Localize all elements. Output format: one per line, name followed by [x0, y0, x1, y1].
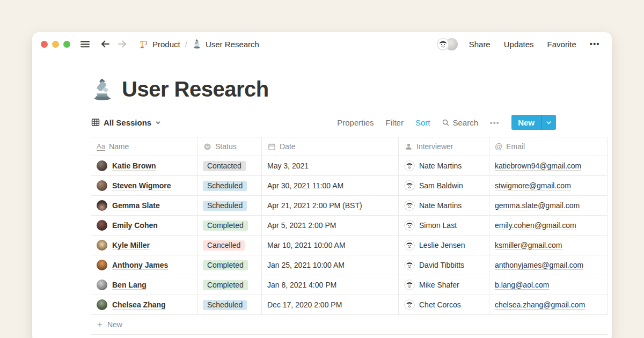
avatar — [97, 200, 107, 211]
email-cell[interactable]: stwigmore@gmail.com — [489, 176, 608, 195]
table-row: Ben Lang Completed Jan 8, 2021 4:00 PM M… — [91, 275, 608, 295]
email-link[interactable]: katiebrown94@gmail.com — [495, 161, 581, 170]
email-cell[interactable]: ksmiller@gmail.com — [489, 236, 608, 255]
status-cell[interactable]: Completed — [197, 255, 262, 275]
status-cell[interactable]: Cancelled — [197, 236, 262, 255]
session-page-link[interactable]: Gemma Slate — [112, 201, 160, 210]
name-cell[interactable]: Kyle Miller — [91, 236, 197, 255]
properties-button[interactable]: Properties — [337, 118, 374, 127]
status-cell[interactable]: Scheduled — [197, 295, 262, 314]
status-cell[interactable]: Completed — [197, 216, 262, 235]
session-page-link[interactable]: Kyle Miller — [112, 241, 150, 249]
email-link[interactable]: emily.cohen@gmail.com — [495, 221, 576, 230]
session-page-link[interactable]: Ben Lang — [112, 281, 147, 289]
avatar — [97, 180, 107, 191]
zoom-window-button[interactable] — [63, 41, 70, 48]
status-cell[interactable]: Contacted — [197, 156, 262, 175]
date-value: Apr 5, 2021 2:00 PM — [267, 221, 336, 230]
email-link[interactable]: chelsea.zhang@gmail.com — [495, 300, 585, 309]
column-header-interviewer[interactable]: Interviewer — [399, 137, 489, 156]
table-header-row: Aa Name Status Date Interviewer — [91, 137, 608, 156]
date-cell[interactable]: Jan 8, 2021 4:00 PM — [262, 275, 399, 295]
select-property-icon — [203, 142, 211, 151]
column-header-name[interactable]: Aa Name — [91, 137, 197, 156]
interviewer-cell[interactable]: Nate Martins — [399, 156, 489, 175]
view-more-options-icon[interactable]: ••• — [490, 119, 500, 127]
new-row-button[interactable]: + New — [91, 315, 608, 334]
interviewer-cell[interactable]: David Tibbitts — [399, 255, 489, 275]
email-cell[interactable]: chelsea.zhang@gmail.com — [489, 295, 608, 314]
date-cell[interactable]: Jan 25, 2021 10:00 AM — [262, 255, 399, 275]
date-cell[interactable]: Apr 5, 2021 2:00 PM — [262, 216, 399, 235]
email-link[interactable]: anthonyjames@gmail.com — [495, 261, 583, 269]
email-cell[interactable]: katiebrown94@gmail.com — [489, 156, 608, 175]
column-label: Date — [280, 142, 296, 151]
interviewer-cell[interactable]: Sam Baldwin — [399, 176, 489, 195]
email-cell[interactable]: gemma.slate@gmail.com — [489, 196, 608, 215]
status-cell[interactable]: Scheduled — [197, 176, 262, 195]
updates-button[interactable]: Updates — [504, 40, 534, 49]
sort-button[interactable]: Sort — [415, 118, 430, 127]
close-window-button[interactable] — [41, 41, 48, 48]
email-link[interactable]: gemma.slate@gmail.com — [495, 201, 580, 210]
session-page-link[interactable]: Emily Cohen — [112, 221, 158, 230]
interviewer-avatar — [404, 180, 415, 191]
date-cell[interactable]: Apr 30, 2021 11:00 AM — [262, 176, 399, 195]
search-button[interactable]: Search — [442, 118, 478, 127]
interviewer-avatar — [404, 299, 415, 310]
name-cell[interactable]: Chelsea Zhang — [91, 295, 197, 314]
name-cell[interactable]: Katie Brown — [91, 156, 197, 175]
session-page-link[interactable]: Anthony James — [112, 261, 168, 269]
microscope-icon[interactable] — [91, 78, 114, 101]
name-cell[interactable]: Emily Cohen — [91, 216, 197, 235]
new-button[interactable]: New — [511, 115, 541, 130]
email-cell[interactable]: emily.cohen@gmail.com — [489, 216, 608, 235]
interviewer-cell[interactable]: Simon Last — [399, 216, 489, 235]
filter-button[interactable]: Filter — [386, 118, 404, 127]
view-switcher[interactable]: All Sessions — [91, 118, 161, 127]
forward-arrow-icon[interactable] — [116, 38, 128, 50]
email-cell[interactable]: b.lang@aol.com — [489, 275, 608, 295]
interviewer-cell[interactable]: Mike Shafer — [399, 275, 489, 295]
traffic-lights — [41, 41, 70, 48]
name-cell[interactable]: Steven Wigmore — [91, 176, 197, 195]
collaborator-avatar — [437, 38, 449, 50]
session-page-link[interactable]: Steven Wigmore — [112, 181, 171, 190]
status-cell[interactable]: Scheduled — [197, 196, 262, 215]
interviewer-name: Simon Last — [419, 221, 457, 230]
name-cell[interactable]: Anthony James — [91, 255, 197, 275]
breadcrumb: Product / User Research — [139, 39, 259, 49]
page-title: User Research — [122, 77, 269, 101]
column-header-email[interactable]: @ Email — [489, 137, 608, 156]
date-cell[interactable]: May 3, 2021 — [262, 156, 399, 175]
interviewer-cell[interactable]: Chet Corcos — [399, 295, 489, 314]
more-options-icon[interactable]: ••• — [590, 40, 600, 48]
email-link[interactable]: ksmiller@gmail.com — [495, 241, 562, 249]
interviewer-avatar — [404, 280, 415, 290]
date-cell[interactable]: Mar 10, 2021 10:00 AM — [262, 236, 399, 255]
back-arrow-icon[interactable] — [99, 38, 111, 50]
interviewer-cell[interactable]: Leslie Jensen — [399, 236, 489, 255]
interviewer-cell[interactable]: Nate Martins — [399, 196, 489, 215]
sidebar-menu-icon[interactable] — [79, 38, 91, 50]
email-link[interactable]: stwigmore@gmail.com — [495, 181, 571, 190]
session-page-link[interactable]: Chelsea Zhang — [112, 300, 166, 309]
favorite-button[interactable]: Favorite — [547, 40, 576, 49]
status-badge: Contacted — [203, 161, 246, 171]
date-cell[interactable]: Apr 21, 2021 2:00 PM (BST) — [262, 196, 399, 215]
name-cell[interactable]: Gemma Slate — [91, 196, 197, 215]
date-cell[interactable]: Dec 17, 2020 2:00 PM — [262, 295, 399, 314]
column-header-status[interactable]: Status — [197, 137, 262, 156]
new-dropdown-button[interactable] — [541, 115, 556, 130]
name-cell[interactable]: Ben Lang — [91, 275, 197, 295]
interviewer-name: Leslie Jensen — [419, 241, 465, 249]
status-cell[interactable]: Completed — [197, 275, 262, 295]
breadcrumb-product[interactable]: Product — [139, 39, 180, 49]
email-link[interactable]: b.lang@aol.com — [495, 281, 549, 289]
session-page-link[interactable]: Katie Brown — [112, 161, 156, 170]
breadcrumb-user-research[interactable]: User Research — [192, 39, 259, 49]
email-cell[interactable]: anthonyjames@gmail.com — [489, 255, 608, 275]
column-header-date[interactable]: Date — [262, 137, 399, 156]
minimize-window-button[interactable] — [52, 41, 59, 48]
share-button[interactable]: Share — [469, 40, 491, 49]
